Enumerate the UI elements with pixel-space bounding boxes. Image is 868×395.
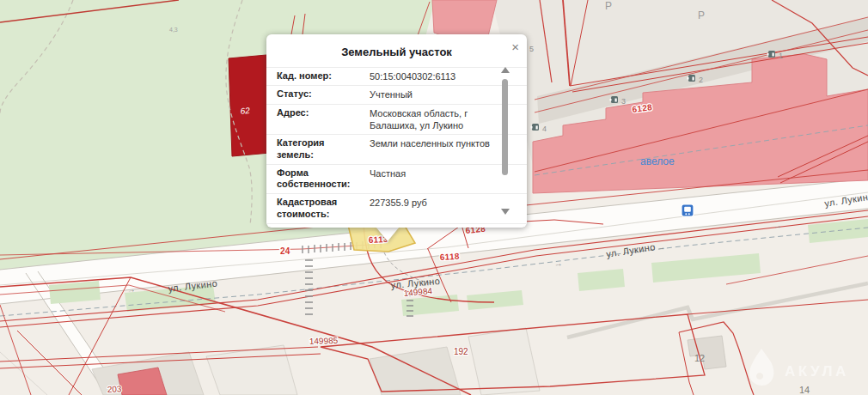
popup-scroll-up-arrow[interactable] [501,67,510,73]
popup-close-button[interactable]: × [510,39,521,55]
cadastral-map-view: Р Р 4,3 62 авелое 6128 6128 6113 6118 24… [0,0,868,395]
building-label-12: 12 [694,353,705,363]
road-direction-arrow-4: → [773,221,782,231]
popup-row-cad-number: Кад. номер: 50:15:0040302:6113 [266,67,527,85]
road-direction-arrow-1: → [126,284,136,295]
row-label: Адрес: [266,107,360,132]
popup-scroll-down-arrow[interactable] [501,209,510,215]
parcel-info-popup: × Земельный участок Кад. номер: 50:15:00… [266,34,527,228]
popup-row-area: Уточненная площадь: 30 кв.м [266,223,527,228]
row-label: Уточненная площадь: [266,227,360,228]
row-label: Категория земель: [266,137,360,161]
parking-label-2: Р [698,9,705,21]
popup-scrollbar-thumb[interactable] [502,79,508,175]
popup-rows: Кад. номер: 50:15:0040302:6113 Статус: У… [266,67,527,228]
elevation-mark: 4,3 [169,27,178,33]
house-number-4: 4 [542,125,547,133]
popup-row-ownership: Форма собственности: Частная [266,164,527,194]
popup-row-land-category: Категория земель: Земли населенных пункт… [266,134,527,164]
row-label: Кад. номер: [266,70,360,82]
house-number-2: 2 [699,76,703,84]
dark-red-parcel-label: 62 [240,106,251,116]
parcel-label-6118: 6118 [440,252,461,262]
house-number-1: 1 [779,52,783,60]
parcel-label-149985: 149985 [309,336,339,346]
parking-label-1: Р [605,0,612,12]
bus-stop-icon[interactable] [682,204,694,216]
popup-row-status: Статус: Учтенный [266,85,527,103]
parcel-label-24: 24 [280,246,290,256]
popup-tail [266,227,313,242]
parcel-label-14: 14 [799,385,810,395]
road-direction-arrow-2: → [657,242,667,252]
popup-row-address: Адрес: Московская область, г Балашиха, у… [266,104,527,135]
popup-title: Земельный участок [266,34,527,58]
row-label: Форма собственности: [266,167,360,191]
place-label-blue: авелое [640,155,675,167]
popup-row-cadastral-value: Кадастровая стоимость: 227355.9 руб [266,193,527,223]
row-label: Кадастровая стоимость: [266,197,360,221]
parcel-label-203: 203 [107,384,123,394]
watermark-text: АКУЛА [785,363,849,380]
house-number-3: 3 [621,97,626,106]
road-direction-arrow-3: → [553,258,563,269]
row-value: 30 кв.м [360,227,527,228]
parcel-label-192: 192 [454,347,468,356]
house-number-5: 5 [529,45,534,53]
row-label: Статус: [266,88,360,100]
